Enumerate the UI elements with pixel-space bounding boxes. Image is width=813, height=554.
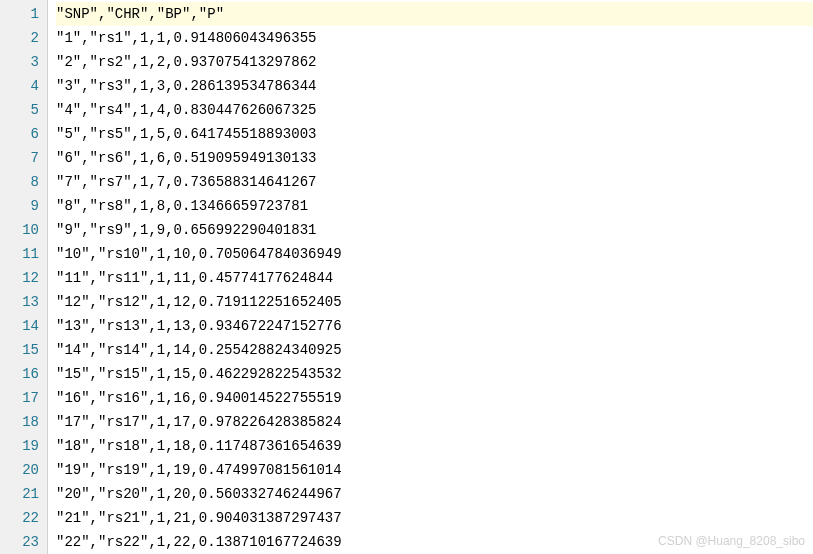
code-line[interactable]: "16","rs16",1,16,0.940014522755519 bbox=[56, 386, 813, 410]
line-number: 9 bbox=[0, 194, 39, 218]
line-number: 4 bbox=[0, 74, 39, 98]
code-line[interactable]: "1","rs1",1,1,0.914806043496355 bbox=[56, 26, 813, 50]
line-number: 1 bbox=[0, 2, 39, 26]
code-line[interactable]: "8","rs8",1,8,0.13466659723781 bbox=[56, 194, 813, 218]
line-number: 12 bbox=[0, 266, 39, 290]
line-number: 10 bbox=[0, 218, 39, 242]
line-number: 19 bbox=[0, 434, 39, 458]
code-line[interactable]: "2","rs2",1,2,0.937075413297862 bbox=[56, 50, 813, 74]
code-line[interactable]: "11","rs11",1,11,0.45774177624844 bbox=[56, 266, 813, 290]
code-line[interactable]: "19","rs19",1,19,0.474997081561014 bbox=[56, 458, 813, 482]
line-number: 5 bbox=[0, 98, 39, 122]
code-line[interactable]: "4","rs4",1,4,0.830447626067325 bbox=[56, 98, 813, 122]
line-number: 13 bbox=[0, 290, 39, 314]
line-number: 2 bbox=[0, 26, 39, 50]
line-number: 18 bbox=[0, 410, 39, 434]
line-number: 6 bbox=[0, 122, 39, 146]
line-number: 20 bbox=[0, 458, 39, 482]
line-number: 15 bbox=[0, 338, 39, 362]
code-line[interactable]: "21","rs21",1,21,0.904031387297437 bbox=[56, 506, 813, 530]
line-number: 14 bbox=[0, 314, 39, 338]
line-number: 16 bbox=[0, 362, 39, 386]
code-line[interactable]: "14","rs14",1,14,0.255428824340925 bbox=[56, 338, 813, 362]
code-line[interactable]: "20","rs20",1,20,0.560332746244967 bbox=[56, 482, 813, 506]
line-number: 3 bbox=[0, 50, 39, 74]
code-line[interactable]: "7","rs7",1,7,0.736588314641267 bbox=[56, 170, 813, 194]
line-number: 8 bbox=[0, 170, 39, 194]
code-line[interactable]: "SNP","CHR","BP","P" bbox=[56, 2, 813, 26]
line-number: 17 bbox=[0, 386, 39, 410]
line-number: 22 bbox=[0, 506, 39, 530]
code-line[interactable]: "9","rs9",1,9,0.656992290401831 bbox=[56, 218, 813, 242]
code-line[interactable]: "22","rs22",1,22,0.138710167724639 bbox=[56, 530, 813, 554]
code-content[interactable]: "SNP","CHR","BP","P""1","rs1",1,1,0.9148… bbox=[48, 0, 813, 554]
line-number: 11 bbox=[0, 242, 39, 266]
line-number: 23 bbox=[0, 530, 39, 554]
code-line[interactable]: "15","rs15",1,15,0.462292822543532 bbox=[56, 362, 813, 386]
code-line[interactable]: "13","rs13",1,13,0.934672247152776 bbox=[56, 314, 813, 338]
line-number: 21 bbox=[0, 482, 39, 506]
code-line[interactable]: "12","rs12",1,12,0.719112251652405 bbox=[56, 290, 813, 314]
code-line[interactable]: "3","rs3",1,3,0.286139534786344 bbox=[56, 74, 813, 98]
code-line[interactable]: "18","rs18",1,18,0.117487361654639 bbox=[56, 434, 813, 458]
line-number: 7 bbox=[0, 146, 39, 170]
code-editor: 1234567891011121314151617181920212223 "S… bbox=[0, 0, 813, 554]
code-line[interactable]: "17","rs17",1,17,0.978226428385824 bbox=[56, 410, 813, 434]
code-line[interactable]: "6","rs6",1,6,0.519095949130133 bbox=[56, 146, 813, 170]
code-line[interactable]: "5","rs5",1,5,0.641745518893003 bbox=[56, 122, 813, 146]
code-line[interactable]: "10","rs10",1,10,0.705064784036949 bbox=[56, 242, 813, 266]
line-number-gutter: 1234567891011121314151617181920212223 bbox=[0, 0, 48, 554]
